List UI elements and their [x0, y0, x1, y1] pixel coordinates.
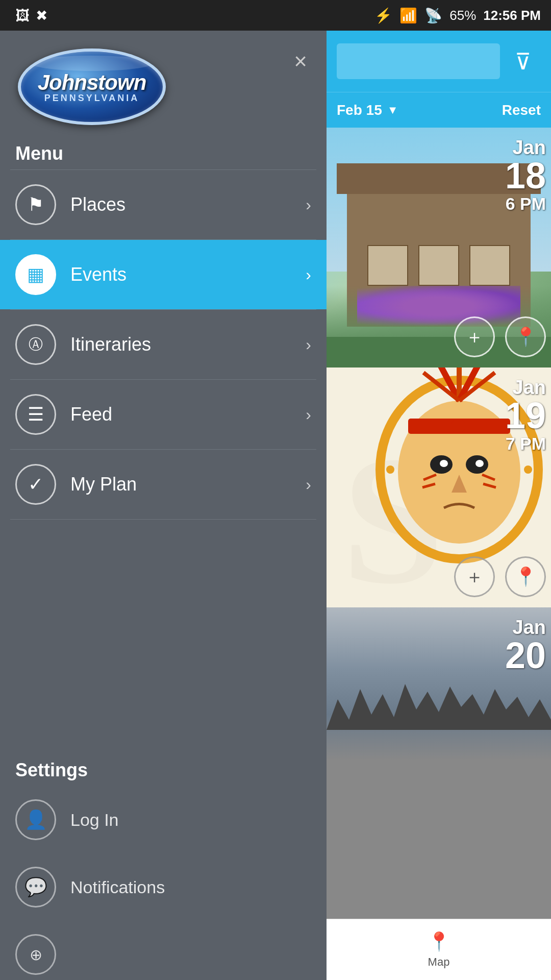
- event-day-2: 19: [505, 397, 546, 434]
- event-action-btns-1: ＋ 📍: [454, 316, 546, 357]
- event-image-3: Jan 20: [327, 607, 551, 761]
- event-day-1: 18: [505, 157, 546, 194]
- sidebar-item-feed[interactable]: ☰ Feed ›: [0, 380, 327, 449]
- sidebar-item-login[interactable]: 👤 Log In: [0, 786, 327, 853]
- nav-item-map[interactable]: 📍 Map: [428, 931, 450, 969]
- logo-container: Johnstown PENNSYLVANIA: [15, 46, 168, 128]
- location-icon-1: 📍: [514, 326, 537, 348]
- date-selector[interactable]: Feb 15 ▼: [337, 102, 398, 118]
- tree-silhouettes: [327, 679, 551, 730]
- events-label: Events: [70, 264, 306, 285]
- reset-button[interactable]: Reset: [502, 102, 541, 118]
- signal-icon: 📡: [424, 7, 442, 24]
- extra-icon: ⊕: [30, 946, 42, 964]
- events-chevron: ›: [306, 265, 311, 284]
- events-list: Jan 18 6 PM ＋ 📍: [327, 128, 551, 980]
- sidebar-item-notifications[interactable]: 💬 Notifications: [0, 853, 327, 921]
- add-button-2[interactable]: ＋: [454, 556, 495, 597]
- event-date-badge-3: Jan 20: [505, 618, 546, 674]
- search-box[interactable]: [337, 43, 500, 79]
- settings-label: Settings: [0, 754, 327, 786]
- event-date-badge-2: Jan 19 7 PM: [505, 378, 546, 454]
- itineraries-chevron: ›: [306, 335, 311, 354]
- event-date-badge-1: Jan 18 6 PM: [505, 138, 546, 214]
- places-label: Places: [70, 194, 306, 215]
- event-time-2: 7 PM: [505, 434, 546, 454]
- menu-label: Menu: [0, 138, 327, 169]
- places-icon: ⚑: [28, 194, 44, 215]
- itineraries-icon: Ⓐ: [29, 335, 43, 354]
- battery-level: 65%: [449, 8, 476, 23]
- sidebar-header: Johnstown PENNSYLVANIA ×: [0, 31, 327, 138]
- event-action-btns-2: ＋ 📍: [454, 556, 546, 597]
- filter-icon: ⊽: [515, 48, 531, 75]
- sidebar-item-places[interactable]: ⚑ Places ›: [0, 170, 327, 239]
- event-month-1: Jan: [505, 138, 546, 157]
- map-nav-icon: 📍: [428, 931, 450, 952]
- sidebar-spacer: [0, 520, 327, 754]
- sidebar-item-events[interactable]: ▦ Events ›: [0, 240, 327, 309]
- event-card-3: Jan 20: [327, 607, 551, 761]
- bluetooth-icon: ⚡: [374, 7, 392, 24]
- close-button[interactable]: ×: [290, 46, 311, 77]
- main-container: Johnstown PENNSYLVANIA × Menu ⚑ Places ›…: [0, 31, 551, 980]
- map-nav-label: Map: [428, 955, 450, 969]
- location-button-1[interactable]: 📍: [505, 316, 546, 357]
- bottom-nav: 📍 Map: [327, 919, 551, 980]
- event-image-2: S: [327, 368, 551, 607]
- svg-point-11: [440, 460, 448, 467]
- logo-text-sub: PENNSYLVANIA: [44, 93, 139, 104]
- myplan-label: My Plan: [70, 474, 306, 495]
- svg-point-15: [524, 465, 532, 474]
- event-time-1: 6 PM: [505, 194, 546, 214]
- places-icon-circle: ⚑: [15, 184, 56, 225]
- sidebar-item-itineraries[interactable]: Ⓐ Itineraries ›: [0, 310, 327, 379]
- svg-point-14: [386, 465, 394, 474]
- plus-icon-2: ＋: [465, 565, 484, 590]
- notifications-icon-circle: 💬: [15, 867, 56, 908]
- itineraries-label: Itineraries: [70, 334, 306, 355]
- sidebar-item-myplan[interactable]: ✓ My Plan ›: [0, 450, 327, 519]
- close-icon-status: ✖: [36, 7, 47, 24]
- myplan-icon: ✓: [28, 474, 43, 495]
- svg-point-12: [475, 460, 484, 467]
- sidebar: Johnstown PENNSYLVANIA × Menu ⚑ Places ›…: [0, 31, 327, 980]
- itineraries-icon-circle: Ⓐ: [15, 324, 56, 365]
- window-3: [469, 245, 510, 286]
- event-month-2: Jan: [505, 378, 546, 397]
- wifi-icon: 📶: [399, 7, 417, 24]
- window-1: [367, 245, 408, 286]
- myplan-chevron: ›: [306, 475, 311, 494]
- event-day-3: 20: [505, 637, 546, 674]
- content-top-bar: ⊽: [327, 31, 551, 92]
- status-bar-left: 🖼 ✖: [15, 7, 47, 24]
- image-icon: 🖼: [15, 7, 30, 24]
- filter-button[interactable]: ⊽: [505, 43, 541, 79]
- feed-icon: ☰: [28, 404, 44, 425]
- events-icon-circle: ▦: [15, 254, 56, 295]
- location-icon-2: 📍: [514, 566, 537, 587]
- event-month-3: Jan: [505, 618, 546, 637]
- status-bar: 🖼 ✖ ⚡ 📶 📡 65% 12:56 PM: [0, 0, 551, 31]
- event-card-1: Jan 18 6 PM ＋ 📍: [327, 128, 551, 368]
- notifications-icon: 💬: [24, 876, 47, 898]
- clock: 12:56 PM: [483, 8, 541, 23]
- feed-icon-circle: ☰: [15, 394, 56, 435]
- event-image-1: Jan 18 6 PM ＋ 📍: [327, 128, 551, 368]
- content-panel: ⊽ Feb 15 ▼ Reset: [327, 31, 551, 980]
- events-icon: ▦: [27, 264, 44, 285]
- add-button-1[interactable]: ＋: [454, 316, 495, 357]
- sidebar-item-extra[interactable]: ⊕: [0, 921, 327, 980]
- notifications-label: Notifications: [70, 877, 165, 897]
- logo-text-main: Johnstown: [38, 70, 146, 95]
- building-windows: [367, 245, 510, 286]
- logo-oval: Johnstown PENNSYLVANIA: [18, 48, 166, 125]
- date-filter-bar: Feb 15 ▼ Reset: [327, 92, 551, 128]
- date-dropdown-icon: ▼: [387, 104, 398, 117]
- places-chevron: ›: [306, 195, 311, 214]
- feed-label: Feed: [70, 404, 306, 425]
- svg-point-13: [451, 419, 465, 433]
- myplan-icon-circle: ✓: [15, 464, 56, 505]
- location-button-2[interactable]: 📍: [505, 556, 546, 597]
- login-icon: 👤: [24, 809, 47, 830]
